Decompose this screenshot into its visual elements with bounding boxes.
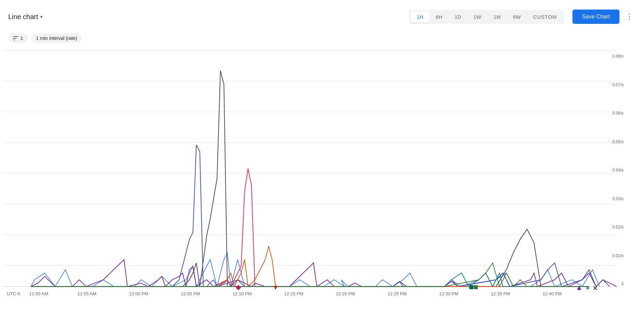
interval-label: 1 min interval (rate) xyxy=(36,35,77,41)
toolbar: 1 1 min interval (rate) xyxy=(0,31,644,47)
time-btn-1w[interactable]: 1W xyxy=(467,11,487,23)
time-btn-1m[interactable]: 1M xyxy=(487,11,507,23)
time-btn-1h[interactable]: 1H xyxy=(411,11,429,23)
chart-type-selector[interactable]: Line chart ▾ xyxy=(8,13,405,21)
svg-text:11:55 AM: 11:55 AM xyxy=(77,291,96,296)
marker-diamond xyxy=(235,285,241,290)
svg-text:12:10 PM: 12:10 PM xyxy=(232,291,251,296)
dropdown-arrow-icon: ▾ xyxy=(40,14,43,19)
y-label-1: 0.07/s xyxy=(612,83,624,87)
marker-x: ✕ xyxy=(593,285,598,292)
marker-triangle-down xyxy=(274,286,278,290)
chart-type-label: Line chart xyxy=(8,13,38,21)
y-axis-labels: 0.08/s 0.07/s 0.06/s 0.05/s 0.04/s 0.03/… xyxy=(605,54,624,286)
time-btn-6w[interactable]: 6W xyxy=(507,11,527,23)
filter-count: 1 xyxy=(20,35,23,41)
y-label-4: 0.04/s xyxy=(612,168,624,173)
svg-text:12:25 PM: 12:25 PM xyxy=(387,291,407,296)
svg-text:12:15 PM: 12:15 PM xyxy=(284,291,303,296)
save-chart-button[interactable]: Save Chart xyxy=(572,10,619,24)
marker-plus: + xyxy=(586,284,590,292)
svg-text:12:40 PM: 12:40 PM xyxy=(542,291,562,296)
interval-button[interactable]: 1 min interval (rate) xyxy=(31,33,82,43)
time-range-group: 1H 6H 1D 1W 1M 6W CUSTOM xyxy=(409,10,564,24)
y-label-6: 0.02/s xyxy=(612,225,624,229)
y-label-7: 0.01/s xyxy=(612,253,624,258)
svg-text:12:35 PM: 12:35 PM xyxy=(491,291,510,296)
page-header: Line chart ▾ 1H 6H 1D 1W 1M 6W CUSTOM Sa… xyxy=(0,0,644,31)
svg-text:12:00 PM: 12:00 PM xyxy=(129,291,148,296)
chart-svg: UTC-5 11:50 AM 11:55 AM 12:00 PM 12:05 P… xyxy=(3,50,624,297)
svg-text:12:05 PM: 12:05 PM xyxy=(181,291,200,296)
y-label-8: 0 xyxy=(621,282,624,286)
chart-container: UTC-5 11:50 AM 11:55 AM 12:00 PM 12:05 P… xyxy=(0,47,644,310)
time-btn-1d[interactable]: 1D xyxy=(448,11,467,23)
time-btn-6h[interactable]: 6H xyxy=(430,11,448,23)
filter-icon xyxy=(13,36,18,40)
time-btn-custom[interactable]: CUSTOM xyxy=(527,11,563,23)
svg-text:11:50 AM: 11:50 AM xyxy=(29,291,48,296)
y-label-0: 0.08/s xyxy=(612,54,624,59)
svg-text:12:20 PM: 12:20 PM xyxy=(336,291,355,296)
marker-square-2 xyxy=(474,285,478,289)
filter-button[interactable]: 1 xyxy=(8,33,28,43)
y-label-5: 0.03/s xyxy=(612,196,624,201)
marker-square-1 xyxy=(469,285,473,289)
svg-text:UTC-5: UTC-5 xyxy=(7,291,20,296)
y-label-3: 0.05/s xyxy=(612,139,624,144)
y-label-2: 0.06/s xyxy=(612,111,624,116)
more-options-button[interactable]: ⋮ xyxy=(624,10,636,24)
chart-area: UTC-5 11:50 AM 11:55 AM 12:00 PM 12:05 P… xyxy=(3,50,624,297)
svg-text:12:30 PM: 12:30 PM xyxy=(439,291,458,296)
